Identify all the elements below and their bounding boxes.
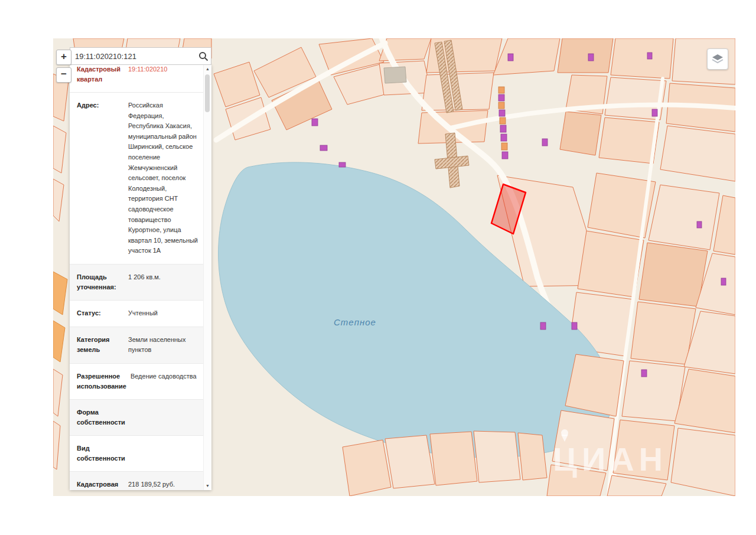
panel-row-permitted-use: Разрешенное использование Ведение садово… xyxy=(70,364,211,400)
row-label: Кадастровый квартал xyxy=(77,65,124,84)
panel-row-status: Статус: Учтенный xyxy=(70,301,211,327)
row-value xyxy=(125,407,200,428)
panel-row-cadastral-quarter: Кадастровый квартал 19:11:020210 xyxy=(70,65,211,93)
row-label: Разрешенное использование xyxy=(77,371,126,392)
layers-icon xyxy=(711,53,724,66)
row-label: Статус: xyxy=(77,308,124,319)
row-value: 218 189,52 руб. xyxy=(124,479,200,490)
search-button[interactable] xyxy=(195,48,211,64)
parcel-info-panel: Кадастровый квартал 19:11:020210 Адрес: … xyxy=(70,65,211,490)
panel-row-cadastral-value: Кадастровая стоимость 218 189,52 руб. xyxy=(70,472,211,490)
row-value xyxy=(125,443,200,464)
row-value: 1 206 кв.м. xyxy=(124,272,200,292)
scroll-thumb[interactable] xyxy=(205,74,210,112)
row-value: Ведение садоводства xyxy=(126,371,200,392)
page: Степное xyxy=(0,0,756,535)
zoom-in-button[interactable]: + xyxy=(56,50,71,65)
watermark-text: ЦИАН xyxy=(553,441,667,478)
row-value: 19:11:020210 xyxy=(124,65,200,84)
row-label: Адрес: xyxy=(77,100,124,256)
gray-building xyxy=(384,67,406,83)
lake-label: Степное xyxy=(334,317,376,327)
row-value: Земли населенных пунктов xyxy=(124,335,200,355)
layers-button[interactable] xyxy=(707,48,728,70)
row-label: Категория земель xyxy=(77,335,124,355)
zoom-controls: + − xyxy=(56,50,71,85)
panel-scrollbar[interactable]: ▲ ▼ xyxy=(203,65,211,490)
scroll-up-arrow-icon[interactable]: ▲ xyxy=(204,66,211,73)
zoom-out-button[interactable]: − xyxy=(56,67,71,83)
panel-row-area: Площадь уточненная: 1 206 кв.м. xyxy=(70,265,211,301)
panel-row-land-category: Категория земель Земли населенных пункто… xyxy=(70,327,211,364)
cross-building xyxy=(435,156,469,169)
panel-body: Кадастровый квартал 19:11:020210 Адрес: … xyxy=(70,65,211,490)
panel-row-ownership-form: Форма собственности xyxy=(70,400,211,436)
search-input[interactable] xyxy=(70,48,195,64)
map-viewport[interactable]: Степное xyxy=(53,38,735,496)
row-label: Кадастровая стоимость xyxy=(77,479,124,490)
row-label: Вид собственности xyxy=(77,443,125,464)
scroll-down-arrow-icon[interactable]: ▼ xyxy=(204,482,211,490)
panel-row-ownership-type: Вид собственности xyxy=(70,436,211,472)
search-bar xyxy=(70,47,211,65)
row-value: Российская Федерация, Республика Хакасия… xyxy=(124,100,200,256)
row-label: Форма собственности xyxy=(77,407,125,428)
row-value: Учтенный xyxy=(124,308,200,319)
panel-row-address: Адрес: Российская Федерация, Республика … xyxy=(70,93,211,265)
row-label: Площадь уточненная: xyxy=(77,272,124,292)
search-icon xyxy=(198,51,208,61)
